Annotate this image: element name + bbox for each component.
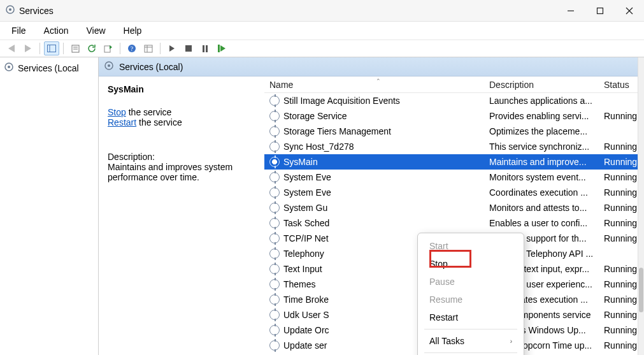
service-row[interactable]: Task SchedEnables a user to confi...Runn…	[264, 215, 644, 231]
gear-icon	[269, 294, 280, 305]
service-row[interactable]: System EveCoordinates execution ...Runni…	[264, 185, 644, 200]
detail-header-label: Services (Local)	[119, 62, 183, 72]
detail-pane: Services (Local) SysMain Stop the servic…	[99, 57, 644, 355]
toolbar-separator	[120, 43, 120, 54]
gear-icon	[269, 233, 280, 243]
menu-file[interactable]: File	[4, 24, 34, 37]
title-bar: Services	[0, 0, 644, 22]
pause-button[interactable]	[197, 41, 213, 55]
restart-suffix: the service	[136, 117, 182, 127]
gear-icon	[269, 172, 280, 182]
workspace: Services (Local Services (Local) SysMain…	[0, 57, 644, 355]
ctx-separator	[424, 329, 517, 330]
help-button[interactable]: ?	[124, 41, 140, 55]
description-text: Maintains and improves system performanc…	[108, 162, 255, 182]
description-label: Description:	[108, 152, 255, 162]
context-menu: Start Stop Pause Resume Restart All Task…	[417, 233, 524, 355]
service-name: Storage Tiers Management	[283, 126, 391, 136]
service-name: SysMain	[283, 157, 318, 167]
service-row[interactable]: Sync Host_7d278This service synchroniz..…	[264, 139, 644, 154]
service-name: Sync Host_7d278	[283, 141, 354, 152]
service-row[interactable]: SysMainMaintains and improve...Running	[264, 154, 644, 170]
svg-rect-6	[48, 45, 56, 52]
scrollbar-thumb[interactable]	[639, 268, 643, 312]
svg-point-18	[8, 66, 10, 68]
stop-suffix: the service	[126, 107, 172, 117]
export-list-button[interactable]	[101, 41, 116, 55]
chevron-right-icon: ›	[510, 338, 512, 345]
restart-service-link[interactable]: Restart	[108, 117, 136, 127]
gear-icon	[269, 310, 280, 320]
ctx-restart[interactable]: Restart	[418, 308, 524, 326]
gear-icon	[269, 340, 280, 351]
app-icon	[5, 4, 15, 17]
refresh-button[interactable]	[84, 41, 99, 55]
menu-action[interactable]: Action	[36, 24, 76, 37]
menu-view[interactable]: View	[78, 24, 113, 37]
service-name: Text Input	[283, 264, 322, 274]
svg-rect-3	[597, 8, 603, 13]
service-name: System Eve	[283, 172, 331, 182]
services-icon	[4, 62, 14, 74]
service-description: Provides enabling servi...	[489, 111, 604, 121]
toolbar: ?	[0, 40, 644, 57]
play-button[interactable]	[164, 41, 180, 55]
service-row[interactable]: Still Image Acquisition EventsLaunches a…	[264, 93, 644, 108]
tree-root-services[interactable]: Services (Local	[0, 60, 98, 76]
service-name: Udk User S	[283, 310, 329, 320]
col-desc[interactable]: Description	[489, 80, 604, 90]
tree-pane: Services (Local	[0, 57, 99, 355]
service-description: Maintains and improve...	[489, 157, 604, 167]
gear-icon	[269, 325, 280, 335]
stop-button[interactable]	[181, 41, 196, 55]
stop-service-line: Stop the service	[108, 107, 255, 117]
menu-help[interactable]: Help	[116, 24, 150, 37]
service-row[interactable]: System GuMonitors and attests to...Runni…	[264, 200, 644, 215]
service-row[interactable]: System EveMonitors system event...Runnin…	[264, 170, 644, 185]
menu-bar: File Action View Help	[0, 22, 644, 40]
service-description: Monitors system event...	[489, 172, 604, 182]
maximize-button[interactable]	[585, 0, 615, 22]
toolbar-separator	[39, 43, 40, 54]
service-name: Telephony	[283, 249, 324, 259]
gear-icon	[269, 157, 280, 167]
service-name: Themes	[283, 279, 316, 289]
ctx-all-tasks[interactable]: All Tasks ›	[418, 332, 524, 350]
list-header[interactable]: ⌃ Name Description Status	[264, 76, 644, 93]
show-hide-tree-button[interactable]	[44, 41, 59, 55]
toolbar-separator	[63, 43, 64, 54]
svg-rect-11	[104, 46, 110, 52]
selected-service-name: SysMain	[108, 84, 255, 94]
gear-icon	[269, 141, 280, 152]
properties-button[interactable]	[68, 41, 83, 55]
gear-icon	[269, 111, 280, 121]
minimize-button[interactable]	[556, 0, 585, 22]
restart-button[interactable]	[214, 41, 229, 55]
columns-button[interactable]	[141, 41, 156, 55]
gear-icon	[269, 279, 280, 289]
info-column: SysMain Stop the service Restart the ser…	[99, 76, 264, 355]
back-button[interactable]	[4, 41, 19, 55]
forward-button[interactable]	[20, 41, 36, 55]
close-button[interactable]	[615, 0, 644, 22]
gear-icon	[269, 96, 280, 106]
service-description: Enables a user to confi...	[489, 218, 604, 228]
service-name: TCP/IP Net	[283, 233, 329, 243]
service-row[interactable]: Storage Tiers ManagementOptimizes the pl…	[264, 124, 644, 139]
gear-icon	[269, 249, 280, 259]
ctx-stop[interactable]: Stop	[418, 255, 524, 273]
stop-service-link[interactable]: Stop	[108, 107, 126, 117]
vertical-scrollbar[interactable]	[638, 57, 644, 355]
services-icon	[104, 61, 114, 73]
service-row[interactable]: Storage ServiceProvides enabling servi..…	[264, 108, 644, 124]
service-name: Task Sched	[283, 218, 329, 228]
ctx-start: Start	[418, 237, 524, 255]
tree-root-label: Services (Local	[18, 63, 79, 73]
service-name: Storage Service	[283, 111, 347, 121]
gear-icon	[269, 126, 280, 136]
toolbar-separator	[160, 43, 161, 54]
service-description: Coordinates execution ...	[489, 187, 604, 198]
service-description: Optimizes the placeme...	[489, 126, 604, 136]
service-name: Still Image Acquisition Events	[283, 96, 400, 106]
gear-icon	[269, 218, 280, 228]
